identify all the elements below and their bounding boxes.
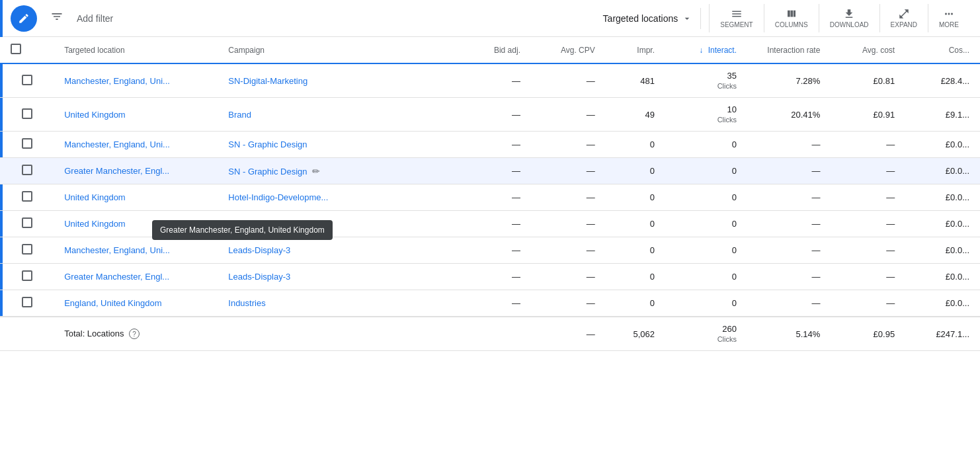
expand-button[interactable]: EXPAND [879,4,928,32]
row-avg-cpv: — [531,184,606,211]
expand-label: EXPAND [891,21,917,28]
header-targeted-location[interactable]: Targeted location [54,37,218,63]
row-impr: 0 [606,264,665,290]
header-avg-cost[interactable]: Avg. cost [831,37,905,63]
row-checkbox[interactable] [22,217,32,228]
row-avg-cpv: — [531,158,606,184]
row-interactions: 35Clicks [665,63,747,98]
row-campaign[interactable]: Leads-Display-3 [218,264,456,290]
toolbar-actions: SEGMENT COLUMNS DOWNLOAD EXPAND [709,4,969,32]
table-row: Manchester, England, Uni...SN - Graphic … [0,132,980,158]
header-interactions[interactable]: ↓ Interact. [665,37,747,63]
row-campaign[interactable]: Performance Max-3 [218,211,456,237]
row-interactions: 0 [665,184,747,211]
row-bid-adj: — [456,184,531,211]
row-checkbox-cell [0,290,54,317]
row-location[interactable]: Manchester, England, Uni... [54,132,218,158]
row-checkbox[interactable] [22,138,32,149]
header-avg-cpv[interactable]: Avg. CPV [531,37,606,63]
add-filter-label: Add filter [77,13,113,24]
row-impr: 0 [606,290,665,317]
more-button[interactable]: MORE [928,4,969,32]
row-campaign[interactable]: SN-Digital-Marketing [218,63,456,98]
row-interactions: 0 [665,132,747,158]
row-campaign[interactable]: Brand [218,98,456,132]
row-campaign[interactable]: SN - Graphic Design ✏ [218,158,456,184]
row-impr: 0 [606,132,665,158]
edit-button[interactable] [11,5,37,32]
targeted-locations-button[interactable]: Targeted locations [595,8,702,29]
columns-label: COLUMNS [775,21,808,28]
row-checkbox-cell [0,132,54,158]
row-impr: 481 [606,63,665,98]
row-checkbox-cell [0,264,54,290]
help-icon[interactable]: ? [129,329,140,339]
header-interaction-rate[interactable]: Interaction rate [747,37,831,63]
row-checkbox[interactable] [22,191,32,202]
row-avg-cpv: — [531,63,606,98]
sort-arrow-icon: ↓ [699,46,703,55]
row-location[interactable]: England, United Kingdom [54,290,218,317]
row-location[interactable]: Manchester, England, Uni... [54,237,218,264]
row-campaign[interactable]: SN - Graphic Design [218,132,456,158]
row-checkbox[interactable] [22,297,32,307]
total-bid [456,317,531,351]
total-interactions: 260Clicks [665,317,747,351]
header-bid-adj[interactable]: Bid adj. [456,37,531,63]
total-avg-cost: £0.95 [831,317,905,351]
row-avg-cost: — [831,132,905,158]
download-button[interactable]: DOWNLOAD [819,4,879,32]
row-checkbox[interactable] [22,108,32,119]
row-bid-adj: — [456,264,531,290]
row-cost: £0.0... [905,132,980,158]
row-avg-cost: — [831,264,905,290]
more-label: MORE [939,21,959,28]
table-row: Manchester, England, Uni...Leads-Display… [0,237,980,264]
row-cost: £0.0... [905,264,980,290]
row-location[interactable]: United Kingdom [54,211,218,237]
row-interactions: 0 [665,290,747,317]
row-checkbox-cell [0,184,54,211]
row-checkbox[interactable] [22,165,32,175]
header-checkbox[interactable] [0,37,54,63]
row-avg-cost: — [831,290,905,317]
row-checkbox[interactable] [22,75,32,85]
table-row: United KingdomPerformance Max-3——00——£0.… [0,211,980,237]
row-location[interactable]: Greater Manchester, Engl... [54,158,218,184]
row-impr: 0 [606,184,665,211]
header-cost[interactable]: Cos... [905,37,980,63]
total-impr: 5,062 [606,317,665,351]
row-bid-adj: — [456,237,531,264]
filter-icon[interactable] [45,5,69,32]
row-campaign[interactable]: Leads-Display-3 [218,237,456,264]
row-interactions: 0 [665,264,747,290]
row-cost: £0.0... [905,290,980,317]
row-interaction-rate: — [747,211,831,237]
row-interaction-rate: 7.28% [747,63,831,98]
row-location[interactable]: Manchester, England, Uni... [54,63,218,98]
edit-pencil-icon[interactable]: ✏ [310,166,321,177]
row-interaction-rate: — [747,264,831,290]
row-interaction-rate: — [747,237,831,264]
row-location[interactable]: Greater Manchester, Engl... [54,264,218,290]
row-impr: 49 [606,98,665,132]
segment-button[interactable]: SEGMENT [709,4,763,32]
row-checkbox[interactable] [22,270,32,281]
row-checkbox[interactable] [22,244,32,255]
row-checkbox-cell [0,237,54,264]
header-impr[interactable]: Impr. [606,37,665,63]
total-label: Total: Locations ? [54,317,456,351]
row-interactions: 0 [665,158,747,184]
row-campaign[interactable]: Hotel-Indigo-Developme... [218,184,456,211]
select-all-checkbox[interactable] [11,44,21,54]
row-impr: 0 [606,237,665,264]
row-location[interactable]: United Kingdom [54,184,218,211]
row-avg-cpv: — [531,237,606,264]
table-wrapper: Targeted location Campaign Bid adj. Avg.… [0,37,980,351]
header-campaign[interactable]: Campaign [218,37,456,63]
row-location[interactable]: United Kingdom [54,98,218,132]
row-interactions: 0 [665,237,747,264]
columns-button[interactable]: COLUMNS [764,4,819,32]
row-campaign[interactable]: Industries [218,290,456,317]
row-cost: £0.0... [905,211,980,237]
